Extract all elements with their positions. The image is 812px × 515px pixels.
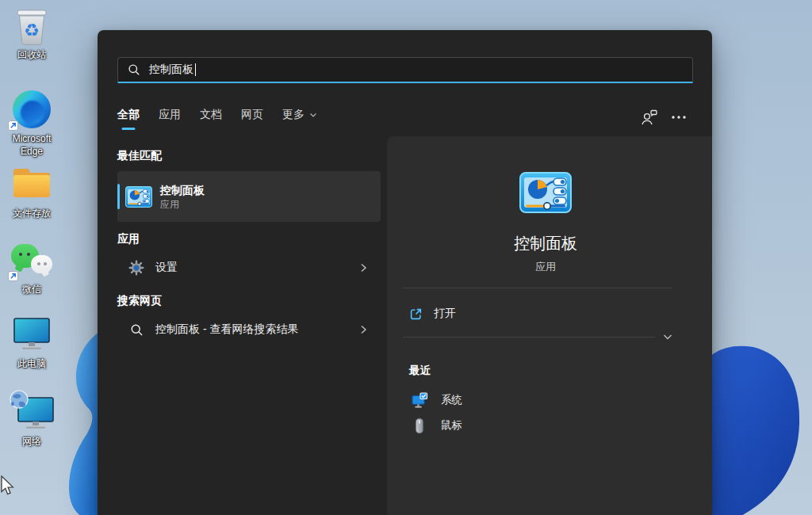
wechat-icon: [10, 241, 54, 280]
open-button[interactable]: 打开: [403, 301, 672, 326]
search-query-text: 控制面板: [149, 63, 193, 77]
best-match-header: 最佳匹配: [117, 149, 162, 163]
search-icon: [128, 63, 140, 76]
network-icon: [8, 388, 56, 433]
selection-indicator: [117, 184, 120, 209]
recent-item-label: 系统: [441, 393, 462, 407]
best-match-title: 控制面板: [160, 183, 205, 198]
control-panel-icon: [125, 186, 152, 208]
system-icon: [412, 392, 428, 409]
preview-panel: 控制面板 应用 打开 最近 系统 鼠标: [387, 136, 712, 515]
search-web-header: 搜索网页: [117, 294, 162, 308]
result-item-settings[interactable]: 设置: [117, 252, 381, 284]
gear-icon: [128, 259, 145, 277]
mouse-cursor: [0, 475, 16, 498]
recent-header: 最近: [409, 364, 431, 378]
edge-icon: [10, 89, 54, 130]
result-item-label: 设置: [155, 261, 178, 275]
chevron-down-icon: [308, 110, 318, 120]
desktop-icon-microsoft-edge[interactable]: Microsoft Edge: [1, 89, 63, 158]
filter-tabs: 全部 应用 文档 网页 更多: [117, 107, 687, 128]
recent-item-label: 鼠标: [441, 418, 462, 433]
desktop-icon-file-storage[interactable]: 文件存放: [1, 163, 63, 219]
tab-web[interactable]: 网页: [241, 108, 263, 127]
open-external-icon: [409, 307, 423, 321]
tab-more[interactable]: 更多: [282, 108, 318, 127]
desktop-icon-label: 文件存放: [13, 207, 51, 219]
desktop-icon-network[interactable]: 网络: [1, 388, 63, 448]
desktop-icon-label: 此电脑: [17, 357, 46, 370]
divider: [403, 288, 672, 288]
desktop-icon-this-pc[interactable]: 此电脑: [1, 314, 63, 370]
best-match-subtitle: 应用: [160, 198, 205, 211]
recycle-bin-icon: ♻: [10, 5, 54, 46]
recent-item-mouse[interactable]: 鼠标: [403, 414, 672, 437]
preview-title: 控制面板: [387, 233, 704, 254]
result-item-web-search[interactable]: 控制面板 - 查看网络搜索结果: [117, 314, 381, 345]
search-icon: [130, 323, 144, 337]
chevron-right-icon: [357, 261, 370, 274]
best-match-item[interactable]: 控制面板 应用: [117, 171, 381, 222]
expand-chevron-down-icon[interactable]: [661, 330, 674, 343]
text-caret: [195, 63, 196, 76]
tab-all[interactable]: 全部: [117, 108, 140, 127]
apps-header: 应用: [117, 232, 140, 246]
tab-documents[interactable]: 文档: [200, 108, 222, 127]
shortcut-arrow-icon: [8, 120, 18, 131]
svg-text:♻: ♻: [24, 21, 40, 40]
tab-apps[interactable]: 应用: [159, 108, 181, 127]
desktop-icon-recycle-bin[interactable]: ♻ 回收站: [1, 5, 63, 61]
mouse-icon: [415, 418, 424, 434]
search-input[interactable]: 控制面板: [117, 57, 693, 83]
folder-icon: [10, 163, 54, 204]
result-item-label: 控制面板 - 查看网络搜索结果: [155, 322, 298, 337]
desktop-icon-label: 网络: [22, 435, 41, 448]
this-pc-icon: [10, 314, 54, 355]
recent-item-system[interactable]: 系统: [403, 388, 672, 412]
desktop-icon-label: 微信: [22, 283, 41, 296]
desktop-icon-label: 回收站: [17, 48, 46, 61]
shortcut-arrow-icon: [8, 271, 18, 281]
desktop-icon-wechat[interactable]: 微信: [1, 241, 63, 296]
account-icon[interactable]: [641, 109, 658, 125]
chevron-right-icon: [357, 323, 370, 336]
preview-subtitle: 应用: [387, 260, 704, 274]
control-panel-icon-large: [519, 172, 572, 213]
open-label: 打开: [434, 307, 456, 321]
search-panel: 控制面板 全部 应用 文档 网页 更多 最佳匹配: [98, 30, 712, 515]
more-options-icon[interactable]: [671, 115, 687, 120]
divider: [403, 337, 655, 338]
desktop-icon-label: Microsoft Edge: [1, 132, 63, 158]
